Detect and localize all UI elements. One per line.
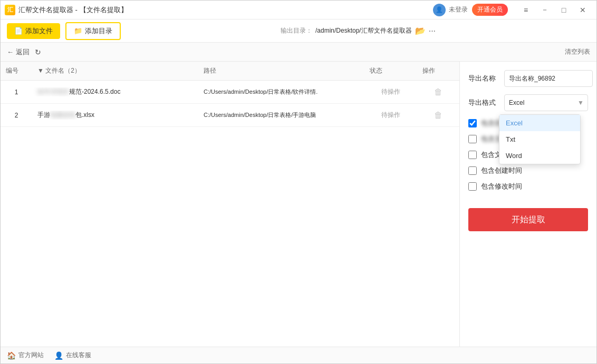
export-name-row: 导出名称 [468, 70, 588, 87]
add-file-button[interactable]: 📄 添加文件 [7, 23, 60, 39]
table-row: 1 软件详情页规范-2024.6.5.doc C:/Users/admin/De… [1, 81, 459, 104]
format-select[interactable]: Excel Txt Word [504, 94, 588, 111]
main-area: 编号 ▼ 文件名（2） 路径 状态 操作 1 软件详情页规范-2024.6.5.… [1, 62, 596, 347]
support-icon: 👤 [54, 351, 63, 360]
footer: 🏠 官方网站 👤 在线客服 [1, 347, 596, 363]
dropdown-item-txt[interactable]: Txt [499, 131, 580, 147]
row2-delete-button[interactable]: 🗑 [434, 111, 442, 120]
menu-button[interactable]: ≡ [516, 4, 535, 16]
row2-filename: 手游电脑游戏包.xlsx [32, 111, 198, 120]
open-folder-button[interactable]: 📂 [415, 26, 426, 36]
refresh-button[interactable]: ↻ [35, 48, 41, 56]
export-format-row: 导出格式 Excel Txt Word ▼ [468, 94, 588, 111]
output-label: 输出目录： [281, 26, 312, 35]
output-icons: 📂 ··· [415, 26, 436, 36]
row2-path: C:/Users/admin/Desktop/日常表格/手游电脑 [198, 111, 364, 119]
col-status: 状态 [364, 66, 417, 75]
website-link[interactable]: 🏠 官方网站 [7, 351, 44, 360]
row1-num: 1 [1, 88, 32, 96]
export-format-label: 导出格式 [468, 98, 500, 107]
format-dropdown: Excel Txt Word [499, 114, 581, 164]
support-link[interactable]: 👤 在线客服 [54, 351, 91, 360]
include-4-checkbox[interactable] [468, 166, 477, 175]
dropdown-item-word[interactable]: Word [499, 147, 580, 164]
table-header: 编号 ▼ 文件名（2） 路径 状态 操作 [1, 62, 459, 81]
include-4-label: 包含创建时间 [481, 166, 522, 175]
row2-num: 2 [1, 112, 32, 119]
add-file-label: 添加文件 [25, 26, 53, 36]
row1-path: C:/Users/admin/Desktop/日常表格/软件详情. [198, 88, 364, 96]
back-button[interactable]: ← 返回 [7, 47, 30, 57]
minimize-button[interactable]: － [535, 4, 554, 16]
add-dir-label: 添加目录 [85, 26, 112, 36]
col-action: 操作 [417, 66, 459, 75]
row1-action: 🗑 [417, 87, 459, 97]
add-dir-icon: 📁 [74, 27, 82, 35]
file-section: 编号 ▼ 文件名（2） 路径 状态 操作 1 软件详情页规范-2024.6.5.… [1, 62, 459, 347]
navbar: ← 返回 ↻ 清空列表 [1, 43, 596, 62]
col-filename-label: ▼ 文件名（2） [37, 66, 81, 75]
row2-status: 待操作 [364, 111, 417, 120]
col-path: 路径 [198, 66, 364, 75]
toolbar: 📄 添加文件 📁 添加目录 输出目录： /admin/Desktop/汇帮文件名… [1, 19, 596, 43]
user-status: 未登录 [449, 5, 468, 14]
app-window: 汇 汇帮文件名提取器 - 【文件名提取】 👤 未登录 开通会员 ≡ － □ ✕ … [0, 0, 597, 364]
close-button[interactable]: ✕ [573, 4, 592, 16]
output-area: 输出目录： /admin/Desktop/汇帮文件名提取器 📂 ··· [126, 26, 590, 36]
row1-delete-button[interactable]: 🗑 [434, 87, 442, 97]
app-icon: 汇 [5, 5, 15, 15]
clear-button[interactable]: 清空列表 [565, 47, 590, 56]
row1-filename: 软件详情页规范-2024.6.5.doc [32, 87, 198, 96]
start-extract-button[interactable]: 开始提取 [468, 208, 588, 231]
back-label: 返回 [16, 47, 30, 57]
app-title: 汇帮文件名提取器 - 【文件名提取】 [18, 5, 433, 15]
back-icon: ← [7, 48, 14, 56]
table-row: 2 手游电脑游戏包.xlsx C:/Users/admin/Desktop/日常… [1, 104, 459, 127]
include-1-checkbox[interactable] [468, 119, 477, 127]
website-icon: 🏠 [7, 351, 16, 360]
more-options-button[interactable]: ··· [429, 26, 436, 36]
row1-status: 待操作 [364, 87, 417, 96]
add-file-icon: 📄 [14, 27, 23, 35]
include-2-checkbox[interactable] [468, 135, 477, 143]
user-area: 👤 未登录 [433, 4, 468, 16]
dropdown-item-excel[interactable]: Excel [499, 115, 580, 131]
include-5-label: 包含修改时间 [481, 182, 522, 191]
window-controls: ≡ － □ ✕ [516, 4, 592, 16]
include-5-checkbox[interactable] [468, 182, 477, 191]
include-3-checkbox[interactable] [468, 151, 477, 159]
include-5-row: 包含修改时间 [468, 182, 588, 191]
export-name-label: 导出名称 [468, 74, 500, 83]
include-4-row: 包含创建时间 [468, 166, 588, 175]
row2-action: 🗑 [417, 111, 459, 120]
col-filename: ▼ 文件名（2） [32, 66, 198, 75]
titlebar: 汇 汇帮文件名提取器 - 【文件名提取】 👤 未登录 开通会员 ≡ － □ ✕ [1, 1, 596, 19]
right-panel: 导出名称 导出格式 Excel Txt Word ▼ Excel Txt [459, 62, 596, 347]
website-label: 官方网站 [18, 351, 44, 360]
table-body: 1 软件详情页规范-2024.6.5.doc C:/Users/admin/De… [1, 81, 459, 347]
vip-button[interactable]: 开通会员 [472, 4, 508, 16]
export-name-input[interactable] [504, 70, 593, 87]
output-path: /admin/Desktop/汇帮文件名提取器 [315, 26, 412, 35]
col-num: 编号 [1, 66, 32, 75]
user-avatar: 👤 [433, 4, 446, 16]
format-select-wrapper: Excel Txt Word ▼ [504, 94, 588, 111]
maximize-button[interactable]: □ [554, 4, 573, 16]
support-label: 在线客服 [66, 351, 91, 360]
add-dir-button[interactable]: 📁 添加目录 [65, 22, 121, 40]
titlebar-right: 👤 未登录 开通会员 ≡ － □ ✕ [433, 4, 592, 16]
